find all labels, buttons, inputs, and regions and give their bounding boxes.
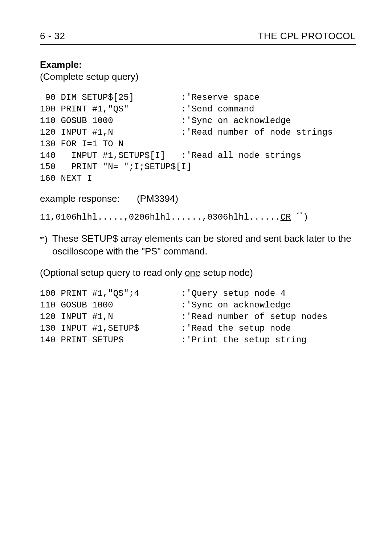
footnote: **) These SETUP$ array elements can be s… [40, 232, 356, 258]
example-heading: Example: [40, 59, 356, 70]
page-header: 6 - 32 THE CPL PROTOCOL [40, 30, 356, 42]
optional-post: setup node) [200, 267, 253, 278]
response-close-paren: ) [303, 212, 308, 222]
optional-underlined: one [185, 267, 200, 278]
response-body: 11,0106hlhl.....,0206hlhl......,0306hlhl… [40, 212, 281, 222]
response-label: example response: [40, 193, 120, 204]
footnote-marker: **) [40, 232, 52, 258]
code-listing-1: 90 DIM SETUP$[25] :'Reserve space 100 PR… [40, 92, 356, 184]
response-model: (PM3394) [137, 193, 178, 204]
header-title: THE CPL PROTOCOL [258, 30, 356, 42]
footnote-text: These SETUP$ array elements can be store… [52, 232, 356, 258]
response-cr: CR [281, 212, 291, 222]
code-listing-2: 100 PRINT #1,"QS";4 :'Query setup node 4… [40, 288, 356, 346]
example-subtitle: (Complete setup query) [40, 71, 356, 82]
page-container: 6 - 32 THE CPL PROTOCOL Example: (Comple… [0, 0, 392, 555]
response-label-line: example response: (PM3394) [40, 193, 356, 204]
optional-pre: (Optional setup query to read only [40, 267, 185, 278]
response-footnote-marker: ** [296, 212, 303, 218]
optional-description: (Optional setup query to read only one s… [40, 267, 356, 278]
footnote-star: ** [40, 236, 44, 242]
page-number: 6 - 32 [40, 30, 65, 42]
footnote-paren: ) [44, 234, 48, 245]
header-rule [40, 44, 356, 45]
response-output: 11,0106hlhl.....,0206hlhl......,0306hlhl… [40, 212, 356, 222]
